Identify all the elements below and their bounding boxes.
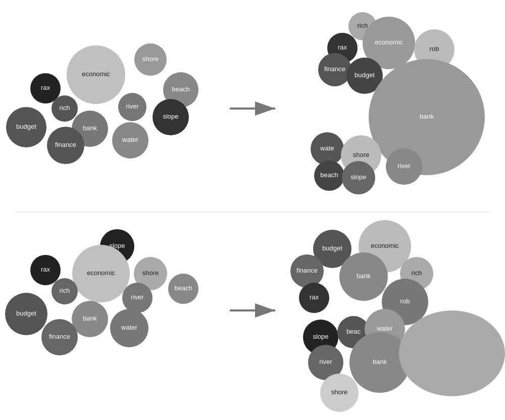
bubble-slope-tl: [153, 99, 189, 135]
bubble-shore-br-bot: [320, 374, 359, 412]
bubble-finance-tl: [47, 127, 84, 164]
bubble-bank-tr: [369, 59, 485, 175]
bubble-river-tl: [118, 93, 146, 121]
bubble-rich-tl: [52, 95, 78, 122]
bubble-slope-tr: [342, 161, 375, 194]
bubble-bank-br-top: [339, 252, 388, 301]
bubble-budget-bl: [5, 293, 47, 335]
diagram-container: rax economic shore beach rich river slop…: [0, 0, 505, 420]
bubble-river-bl: [122, 283, 153, 313]
bubble-water-bl: [110, 309, 148, 347]
bubble-budget-tl: [6, 107, 46, 147]
bubble-rich-bl: [52, 278, 78, 304]
bubble-finance-bl: [41, 319, 78, 355]
bubble-beach-bl: [168, 274, 198, 304]
bubble-water-tl: [112, 122, 148, 159]
bubble-shore-tl: [134, 43, 167, 76]
bubble-bank-bl: [72, 301, 108, 337]
bubble-water-tr: [311, 132, 344, 166]
bubble-economic-bl: [72, 245, 130, 302]
bubble-finance-br-top: [290, 254, 324, 288]
bubble-large-right-br-bot: [399, 310, 505, 396]
bubble-rax-br-top: [299, 283, 329, 313]
bubble-river-tr: [386, 148, 422, 185]
bubble-rax-bl: [30, 255, 61, 285]
bubble-economic-tl: [67, 45, 125, 104]
bubble-beach-tr: [314, 161, 344, 191]
bubble-finance-tr: [318, 53, 351, 86]
